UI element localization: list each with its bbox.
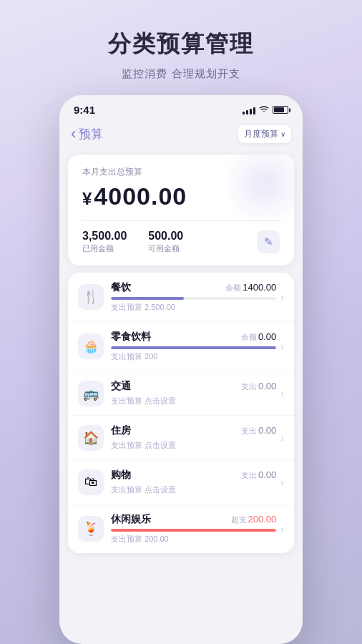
chevron-right-icon-dining: › [280,291,284,303]
category-list: 🍴 餐饮 余额1400.00 支出预算 2,500.00 › 🧁 零食饮料 余额… [68,273,294,553]
cat-icon-entertainment: 🍹 [78,516,104,542]
edit-button[interactable]: ✎ [257,230,280,253]
cat-name-snacks: 零食饮料 [111,331,151,343]
chevron-right-icon-shopping: › [280,477,284,488]
cat-name-dining: 餐饮 [111,281,131,294]
nav-bar: ‹ 预算 月度预算 ∨ [59,120,303,150]
filter-chevron-icon: ∨ [280,130,285,138]
available-stat: 500.00 可用金额 [148,230,183,254]
phone-frame: 9:41 ‹ 预算 [59,95,303,644]
category-item-housing[interactable]: 🏠 住房 支出0.00 支出预算 点击设置 › [68,416,294,460]
status-time: 9:41 [74,104,95,116]
cat-header-shopping: 购物 支出0.00 [111,469,276,482]
cat-progress-dining [111,297,276,300]
cat-amount-snacks: 余额0.00 [241,331,276,343]
cat-amount-transport: 支出0.00 [241,381,276,392]
cat-icon-snacks: 🧁 [78,333,104,359]
cat-icon-dining: 🍴 [78,284,104,310]
cat-icon-transport: 🚌 [78,381,104,406]
budget-currency: ¥ [82,189,92,208]
cat-name-shopping: 购物 [111,469,131,482]
category-item-shopping[interactable]: 🛍 购物 支出0.00 支出预算 点击设置 › [68,460,294,504]
cat-header-snacks: 零食饮料 余额0.00 [111,331,276,343]
hero-section: 分类预算管理 监控消费 合理规划开支 [0,0,362,95]
filter-button[interactable]: 月度预算 ∨ [238,125,291,143]
status-bar: 9:41 [59,95,303,120]
cat-header-housing: 住房 支出0.00 [111,424,276,437]
budget-card: 本月支出总预算 ¥4000.00 3,500.00 已用金额 500.00 可用… [68,155,294,265]
budget-amount: ¥4000.00 [82,182,280,210]
cat-amount-shopping: 支出0.00 [241,469,276,481]
cat-budget-text-housing: 支出预算 点击设置 [111,440,276,451]
back-chevron-icon: ‹ [71,125,76,143]
cat-content-snacks: 零食饮料 余额0.00 支出预算 200 [111,331,276,362]
budget-label: 本月支出总预算 [82,166,280,178]
budget-stats: 3,500.00 已用金额 500.00 可用金额 ✎ [82,230,280,254]
amount-label-snacks: 余额 [241,333,257,341]
cat-sub-dining: 支出预算 2,500.00 [111,297,276,313]
cat-header-dining: 餐饮 余额1400.00 [111,281,276,294]
cat-content-dining: 餐饮 余额1400.00 支出预算 2,500.00 [111,281,276,313]
available-label: 可用金额 [148,243,183,254]
cat-amount-dining: 余额1400.00 [225,282,276,293]
cat-progress-entertainment [111,529,276,532]
cat-name-entertainment: 休闲娱乐 [111,513,151,526]
cat-sub-transport: 支出预算 点击设置 [111,396,276,406]
category-item-entertainment[interactable]: 🍹 休闲娱乐 超支200.00 支出预算 200.00 › [68,504,294,553]
hero-subtitle: 监控消费 合理规划开支 [21,67,341,81]
wifi-icon [259,105,269,115]
category-item-snacks[interactable]: 🧁 零食饮料 余额0.00 支出预算 200 › [68,322,294,371]
status-icons [243,105,288,115]
amount-label-housing: 支出 [241,426,257,435]
nav-back-label: 预算 [79,126,103,142]
chevron-right-icon-snacks: › [280,341,284,352]
cat-name-housing: 住房 [111,424,131,437]
amount-label-transport: 支出 [241,382,257,391]
chevron-right-icon-entertainment: › [280,523,284,535]
cat-sub-shopping: 支出预算 点击设置 [111,484,276,495]
cat-amount-housing: 支出0.00 [241,425,276,436]
cat-progress-snacks [111,346,276,349]
cat-sub-entertainment: 支出预算 200.00 [111,529,276,545]
amount-label-dining: 余额 [225,283,241,292]
chevron-right-icon-housing: › [280,432,284,444]
cat-icon-housing: 🏠 [78,425,104,451]
cat-budget-text-snacks: 支出预算 200 [111,351,276,362]
budget-divider [82,220,280,221]
cat-budget-text-dining: 支出预算 2,500.00 [111,302,276,313]
battery-icon [273,106,288,114]
cat-content-transport: 交通 支出0.00 支出预算 点击设置 [111,380,276,406]
used-value: 3,500.00 [82,230,127,243]
cat-header-transport: 交通 支出0.00 [111,380,276,393]
amount-label-entertainment: 超支 [231,515,247,524]
amount-label-shopping: 支出 [241,471,257,479]
cat-sub-snacks: 支出预算 200 [111,346,276,362]
hero-title: 分类预算管理 [21,29,341,60]
available-value: 500.00 [148,230,183,243]
cat-budget-text-shopping: 支出预算 点击设置 [111,484,276,495]
cat-budget-text-entertainment: 支出预算 200.00 [111,534,276,545]
chevron-right-icon-transport: › [280,388,284,399]
category-item-dining[interactable]: 🍴 餐饮 余额1400.00 支出预算 2,500.00 › [68,273,294,322]
cat-content-entertainment: 休闲娱乐 超支200.00 支出预算 200.00 [111,513,276,545]
filter-label: 月度预算 [244,128,278,140]
budget-amount-value: 4000.00 [94,182,187,210]
cat-sub-housing: 支出预算 点击设置 [111,440,276,451]
cat-budget-text-transport: 支出预算 点击设置 [111,396,276,406]
cat-name-transport: 交通 [111,380,131,393]
cat-content-shopping: 购物 支出0.00 支出预算 点击设置 [111,469,276,495]
used-stat: 3,500.00 已用金额 [82,230,127,254]
cat-header-entertainment: 休闲娱乐 超支200.00 [111,513,276,526]
cat-icon-shopping: 🛍 [78,469,104,495]
category-item-transport[interactable]: 🚌 交通 支出0.00 支出预算 点击设置 › [68,371,294,416]
signal-icon [243,106,255,114]
used-label: 已用金额 [82,243,127,254]
cat-amount-entertainment: 超支200.00 [231,514,277,525]
cat-content-housing: 住房 支出0.00 支出预算 点击设置 [111,424,276,451]
back-button[interactable]: ‹ 预算 [71,125,103,143]
